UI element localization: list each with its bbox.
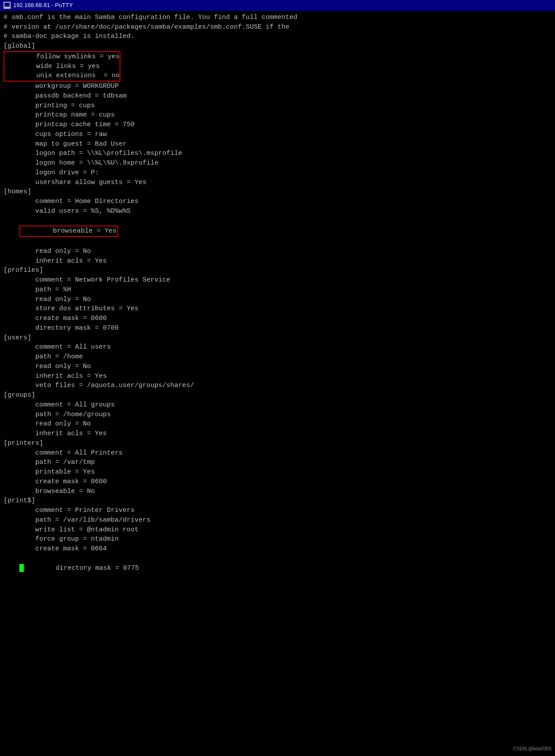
line-47: create mask = 0600 (4, 477, 551, 487)
line-48: browseable = No (4, 487, 551, 496)
line-6: wide links = yes (4, 62, 120, 71)
line-23: read only = No (4, 247, 551, 256)
line-19: [homes] (4, 187, 551, 197)
line-43: [printers] (4, 439, 551, 448)
line-32: [users] (4, 333, 551, 343)
terminal-cursor (19, 564, 24, 572)
line-55-text: directory mask = 0775 (24, 564, 139, 572)
putty-icon (4, 2, 11, 9)
line-24: inherit acls = Yes (4, 256, 551, 266)
line-7: unix extensions = no (4, 71, 120, 81)
title-bar-text: 192.168.68.81 - PuTTY (13, 1, 73, 10)
terminal-content[interactable]: # smb.conf is the main Samba configurati… (0, 11, 555, 584)
line-26: comment = Network Profiles Service (4, 275, 551, 285)
line-36: inherit acls = Yes (4, 372, 551, 381)
line-52: write list = @ntadmin root (4, 525, 551, 535)
line-49: [print$] (4, 496, 551, 506)
line-16: logon home = \\%L\%U\.9xprofile (4, 158, 551, 168)
line-2: # version at /usr/share/doc/packages/sam… (4, 23, 551, 32)
line-8: workgroup = WORKGROUP (4, 82, 551, 91)
line-54: create mask = 0664 (4, 544, 551, 554)
line-13: cups options = raw (4, 130, 551, 139)
line-18: usershare allow guests = Yes (4, 178, 551, 188)
line-31: directory mask = 0700 (4, 323, 551, 333)
line-28: read only = No (4, 295, 551, 305)
line-14: map to guest = Bad User (4, 139, 551, 149)
highlighted-browseable: browseable = Yes (19, 226, 118, 237)
line-50: comment = Printer Drivers (4, 506, 551, 515)
line-22: browseable = Yes (4, 216, 551, 247)
line-37: veto files = /aquota.user/groups/shares/ (4, 381, 551, 391)
line-12: printcap cache time = 750 (4, 120, 551, 130)
line-1: # smb.conf is the main Samba configurati… (4, 13, 551, 23)
line-17: logon drive = P: (4, 168, 551, 178)
line-27: path = %H (4, 285, 551, 295)
svg-rect-2 (4, 8, 10, 8)
line-35: read only = No (4, 362, 551, 372)
line-45: path = /var/tmp (4, 458, 551, 467)
line-4: [global] (4, 41, 551, 51)
line-39: comment = All groups (4, 400, 551, 410)
line-42: inherit acls = Yes (4, 429, 551, 439)
line-51: path = /var/lib/samba/drivers (4, 515, 551, 525)
line-21: valid users = %S, %D%w%S (4, 207, 551, 216)
line-11: printcap name = cups (4, 110, 551, 120)
watermark: CSDN @lida2003 (513, 745, 551, 752)
line-15: logon path = \\%L\profiles\.msprofile (4, 149, 551, 158)
line-41: read only = No (4, 419, 551, 429)
svg-rect-1 (4, 3, 10, 7)
line-5: follow symlinks = yes (4, 52, 120, 62)
line-55: directory mask = 0775 (4, 554, 551, 583)
line-20: comment = Home Directories (4, 197, 551, 207)
line-10: printing = cups (4, 101, 551, 111)
line-40: path = /home/groups (4, 410, 551, 420)
line-29: store dos attributes = Yes (4, 304, 551, 314)
line-53: force group = ntadmin (4, 534, 551, 544)
line-44: comment = All Printers (4, 448, 551, 458)
line-33: comment = All users (4, 342, 551, 352)
line-25: [profiles] (4, 266, 551, 275)
line-34: path = /home (4, 352, 551, 362)
line-38: [groups] (4, 391, 551, 400)
line-30: create mask = 0600 (4, 314, 551, 323)
highlighted-block-global: follow symlinks = yes wide links = yes u… (4, 51, 120, 82)
title-bar: 192.168.68.81 - PuTTY (0, 0, 555, 11)
line-46: printable = Yes (4, 467, 551, 477)
line-3: # samba-doc package is installed. (4, 32, 551, 41)
line-9: passdb backend = tdbsam (4, 91, 551, 101)
